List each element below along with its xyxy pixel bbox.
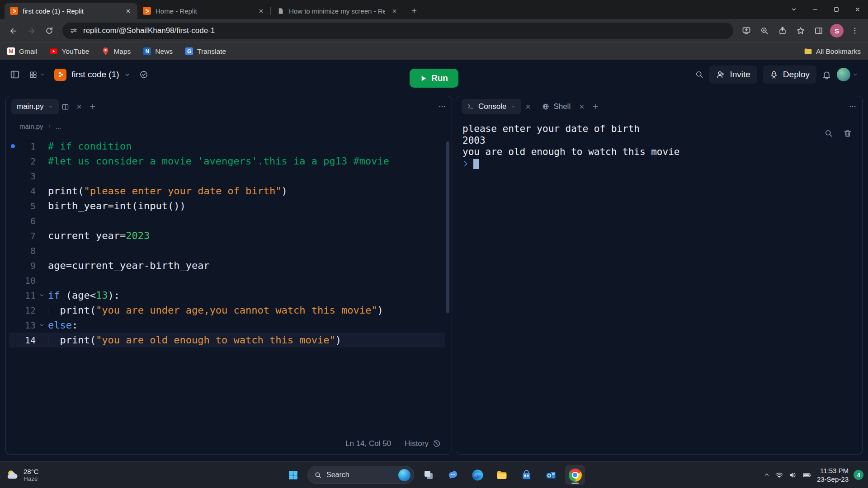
bing-icon bbox=[398, 469, 410, 481]
bookmark-gmail[interactable]: M Gmail bbox=[7, 47, 37, 56]
file-explorer-icon[interactable] bbox=[492, 465, 512, 485]
close-file-icon[interactable] bbox=[72, 100, 86, 113]
refresh-button[interactable] bbox=[41, 22, 58, 39]
code-line-2[interactable]: 2#let us consider a movie 'avengers'.thi… bbox=[9, 154, 445, 169]
site-settings-icon[interactable] bbox=[70, 27, 78, 35]
share-icon[interactable] bbox=[774, 22, 791, 39]
url-bar[interactable]: replit.com/@SohailKhan98/first-code-1 bbox=[62, 23, 733, 39]
browser-profile-avatar[interactable]: S bbox=[830, 24, 844, 38]
bookmark-youtube[interactable]: YouTube bbox=[50, 47, 89, 56]
start-button[interactable] bbox=[283, 465, 303, 485]
history-button[interactable]: History bbox=[405, 439, 441, 448]
project-name: first code (1) bbox=[71, 70, 119, 80]
editor-options-icon[interactable] bbox=[438, 103, 446, 111]
console-search-icon[interactable] bbox=[824, 129, 833, 138]
side-panel-icon[interactable] bbox=[810, 22, 827, 39]
console-cursor bbox=[473, 159, 479, 169]
browser-tab-first-code[interactable]: first code (1) - Replit bbox=[5, 3, 137, 19]
bookmark-news[interactable]: N News bbox=[143, 47, 173, 56]
code-line-7[interactable]: 7current_year=2023 bbox=[9, 228, 445, 243]
code-line-1[interactable]: 1# if condition bbox=[9, 139, 445, 154]
new-pane-tab-icon[interactable] bbox=[589, 100, 602, 113]
minimize-button[interactable] bbox=[804, 0, 826, 19]
chevron-down-icon bbox=[48, 104, 53, 109]
account-menu[interactable] bbox=[837, 68, 858, 81]
tab-close-icon[interactable] bbox=[389, 6, 399, 16]
code-line-12[interactable]: 12 print("you are under age,you cannot w… bbox=[9, 303, 445, 318]
run-button[interactable]: Run bbox=[410, 69, 458, 88]
notification-badge[interactable]: 4 bbox=[854, 470, 863, 480]
tab-close-icon[interactable] bbox=[256, 6, 266, 16]
browser-tab-how-to[interactable]: How to minimize my screen - Re bbox=[271, 3, 404, 19]
console-clear-trash-icon[interactable] bbox=[843, 129, 852, 138]
back-button[interactable] bbox=[5, 22, 22, 39]
search-icon[interactable] bbox=[695, 70, 704, 79]
fold-chevron-icon[interactable] bbox=[36, 322, 48, 328]
code-line-13[interactable]: 13else: bbox=[9, 318, 445, 333]
maximize-button[interactable] bbox=[826, 0, 847, 19]
console-options-icon[interactable] bbox=[849, 103, 857, 111]
sidebar-toggle-icon[interactable] bbox=[10, 70, 20, 80]
fold-chevron-icon[interactable] bbox=[36, 292, 48, 298]
editor-file-tab[interactable]: main.py bbox=[11, 99, 59, 114]
code-line-9[interactable]: 9age=current_year-birth_year bbox=[9, 258, 445, 273]
shell-close-icon[interactable] bbox=[575, 100, 589, 113]
console-pane: Console Shell please enter your date of … bbox=[456, 96, 863, 455]
new-tab-button[interactable] bbox=[407, 4, 421, 18]
browser-tab-home[interactable]: Home - Replit bbox=[137, 3, 270, 19]
outlook-app-icon[interactable] bbox=[541, 465, 561, 485]
split-view-icon[interactable] bbox=[59, 100, 72, 113]
bookmark-maps[interactable]: Maps bbox=[102, 47, 131, 56]
console-prompt[interactable] bbox=[456, 158, 862, 170]
code-line-3[interactable]: 3 bbox=[9, 169, 445, 183]
task-view-button[interactable] bbox=[419, 465, 439, 485]
install-app-icon[interactable] bbox=[738, 22, 755, 39]
project-name-menu[interactable]: first code (1) bbox=[54, 69, 130, 81]
all-bookmarks-button[interactable]: All Bookmarks bbox=[804, 47, 861, 56]
tab-search-button[interactable] bbox=[783, 0, 804, 19]
close-button[interactable] bbox=[847, 0, 868, 19]
code-line-10[interactable]: 10 bbox=[9, 273, 445, 288]
url-text[interactable]: replit.com/@SohailKhan98/first-code-1 bbox=[83, 26, 215, 35]
line-number: 2 bbox=[17, 156, 36, 167]
save-status-icon[interactable] bbox=[139, 70, 148, 79]
battery-icon[interactable] bbox=[802, 471, 812, 479]
chrome-app-icon[interactable] bbox=[565, 465, 585, 485]
tools-menu-button[interactable] bbox=[29, 70, 45, 79]
notifications-bell-icon[interactable] bbox=[822, 70, 831, 80]
chat-app-icon[interactable] bbox=[443, 465, 463, 485]
replit-workspace: main.py main.py ... 1# if condition2#let… bbox=[0, 89, 868, 461]
shell-tab[interactable]: Shell bbox=[538, 102, 575, 111]
taskbar-search[interactable]: Search bbox=[307, 466, 414, 484]
code-text: #let us consider a movie 'avengers'.this… bbox=[48, 155, 389, 167]
tray-chevron-icon[interactable] bbox=[764, 472, 770, 478]
deploy-button[interactable]: Deploy bbox=[763, 66, 816, 84]
code-line-5[interactable]: 5birth_year=int(input()) bbox=[9, 198, 445, 213]
forward-button[interactable] bbox=[23, 22, 40, 39]
bookmark-star-icon[interactable] bbox=[792, 22, 809, 39]
code-editor[interactable]: 1# if condition2#let us consider a movie… bbox=[9, 139, 445, 433]
code-line-4[interactable]: 4print("please enter your date of birth"… bbox=[9, 183, 445, 198]
console-body[interactable]: please enter your date of birth2003you a… bbox=[456, 117, 862, 454]
deploy-rocket-icon bbox=[769, 70, 778, 79]
wifi-icon[interactable] bbox=[775, 471, 783, 479]
bookmark-translate[interactable]: G Translate bbox=[185, 47, 226, 56]
tab-close-icon[interactable] bbox=[123, 6, 133, 16]
browser-menu-icon[interactable] bbox=[846, 22, 863, 39]
taskbar-clock[interactable]: 11:53 PM 23-Sep-23 bbox=[817, 466, 849, 484]
new-file-tab-icon[interactable] bbox=[86, 100, 99, 113]
code-line-6[interactable]: 6 bbox=[9, 213, 445, 228]
zoom-icon[interactable] bbox=[756, 22, 773, 39]
console-close-icon[interactable] bbox=[521, 100, 535, 113]
console-tab[interactable]: Console bbox=[462, 99, 521, 114]
code-line-8[interactable]: 8 bbox=[9, 243, 445, 258]
volume-icon[interactable] bbox=[788, 471, 797, 479]
breadcrumb[interactable]: main.py ... bbox=[6, 117, 452, 135]
code-line-14[interactable]: 14 print("you are old enough to watch th… bbox=[9, 333, 445, 347]
code-line-11[interactable]: 11if (age<13): bbox=[9, 288, 445, 303]
invite-button[interactable]: Invite bbox=[709, 66, 757, 84]
weather-widget[interactable]: 28°C Haze bbox=[5, 462, 39, 488]
store-app-icon[interactable] bbox=[516, 465, 536, 485]
edge-app-icon[interactable] bbox=[467, 465, 487, 485]
editor-scrollbar[interactable] bbox=[446, 141, 449, 313]
